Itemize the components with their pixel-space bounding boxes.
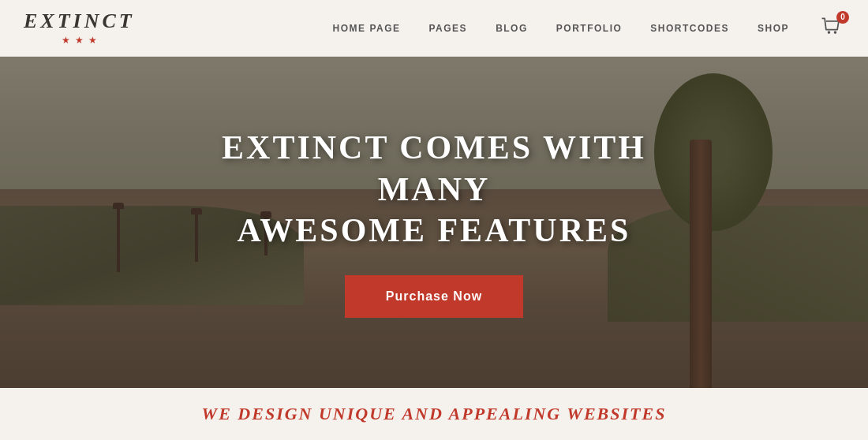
logo-text: EXTINCT xyxy=(24,9,135,33)
site-header: EXTINCT ★ ★ ★ HOME PAGE PAGES BLOG PORTF… xyxy=(0,0,868,57)
nav-pages[interactable]: PAGES xyxy=(415,23,482,34)
hero-content: EXTINCT COMES WITH MANY AWESOME FEATURES… xyxy=(166,127,702,318)
nav-home[interactable]: HOME PAGE xyxy=(319,23,415,34)
svg-point-0 xyxy=(828,31,831,34)
svg-point-1 xyxy=(834,31,837,34)
nav-portfolio[interactable]: PORTFOLIO xyxy=(542,23,637,34)
logo-star-1: ★ xyxy=(62,35,70,47)
footer-strip: WE DESIGN UNIQUE AND APPEALING WEBSITES xyxy=(0,388,868,440)
logo-star-3: ★ xyxy=(88,35,97,47)
hero-section: EXTINCT COMES WITH MANY AWESOME FEATURES… xyxy=(0,57,868,388)
hero-title-line1: EXTINCT COMES WITH MANY xyxy=(222,129,646,207)
purchase-now-button[interactable]: Purchase Now xyxy=(345,275,523,318)
logo[interactable]: EXTINCT ★ ★ ★ xyxy=(24,9,135,47)
main-nav: HOME PAGE PAGES BLOG PORTFOLIO SHORTCODE… xyxy=(319,23,803,34)
cart-button[interactable]: 0 xyxy=(819,14,844,43)
nav-blog[interactable]: BLOG xyxy=(481,23,542,34)
hero-title: EXTINCT COMES WITH MANY AWESOME FEATURES xyxy=(166,127,702,252)
cart-badge: 0 xyxy=(836,11,849,24)
footer-tagline: WE DESIGN UNIQUE AND APPEALING WEBSITES xyxy=(202,404,667,424)
logo-stars: ★ ★ ★ xyxy=(62,35,97,47)
hero-title-line2: AWESOME FEATURES xyxy=(238,212,631,248)
nav-shop[interactable]: SHOP xyxy=(743,23,803,34)
nav-shortcodes[interactable]: SHORTCODES xyxy=(636,23,743,34)
logo-star-2: ★ xyxy=(75,35,84,47)
